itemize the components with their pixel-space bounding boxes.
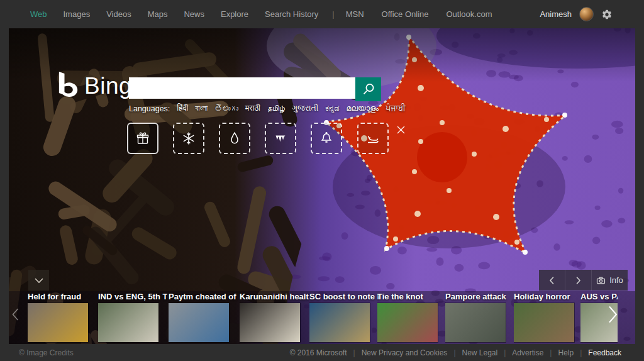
news-thumbnail[interactable]: [169, 303, 229, 342]
nav-item-search-history[interactable]: Search History: [265, 9, 318, 19]
footer-privacy-cookies[interactable]: New Privacy and Cookies: [362, 348, 448, 357]
lang-punjabi[interactable]: ਪੰਜਾਬੀ: [386, 104, 405, 113]
news-headline[interactable]: Paytm cheated of dues: [169, 291, 238, 303]
news-headline[interactable]: Karunanidhi health: [240, 291, 309, 303]
search-icon: [362, 82, 375, 96]
search-button[interactable]: [355, 77, 381, 101]
news-item: Holiday horror: [514, 291, 583, 344]
image-credits-link[interactable]: © Image Credits: [0, 348, 74, 357]
nav-item-news[interactable]: News: [184, 9, 204, 19]
collapse-chevron-button[interactable]: [28, 270, 49, 291]
promo-sleigh-button[interactable]: [357, 123, 389, 154]
nav-item-videos[interactable]: Videos: [106, 9, 131, 19]
news-headline[interactable]: AUS vs PA: [580, 291, 618, 303]
news-strip: Held for fraud IND vs ENG, 5th Test Payt…: [9, 291, 635, 344]
footer-legal[interactable]: New Legal: [462, 348, 498, 357]
news-headline[interactable]: Holiday horror: [514, 291, 583, 303]
news-headline[interactable]: Pampore attack: [445, 291, 514, 303]
lang-tamil[interactable]: தமிழ்: [267, 104, 285, 113]
footer-help[interactable]: Help: [558, 348, 574, 357]
news-thumbnail[interactable]: [98, 303, 158, 342]
news-thumbnail[interactable]: [445, 303, 506, 342]
footer-feedback[interactable]: Feedback: [588, 348, 621, 357]
search-input[interactable]: [129, 77, 355, 99]
bing-logo: Bing: [58, 70, 132, 100]
news-item: Pampore attack: [445, 291, 514, 344]
primary-nav: Web Images Videos Maps News Explore Sear…: [0, 9, 318, 19]
image-next-button[interactable]: [565, 270, 592, 291]
footer-separator: |: [580, 348, 582, 357]
nav-item-msn[interactable]: MSN: [346, 9, 364, 19]
avatar[interactable]: [579, 7, 594, 21]
nav-item-office-online[interactable]: Office Online: [382, 9, 429, 19]
info-label: Info: [609, 275, 623, 285]
lang-marathi[interactable]: मराठी: [245, 104, 260, 113]
news-item: SC boost to note ban: [309, 291, 379, 344]
chevron-right-icon: [608, 305, 618, 324]
nav-item-images[interactable]: Images: [64, 9, 91, 19]
news-item: IND vs ENG, 5th Test: [98, 291, 167, 344]
chevron-left-icon: [549, 276, 555, 285]
nav-item-maps[interactable]: Maps: [148, 9, 168, 19]
top-nav: Web Images Videos Maps News Explore Sear…: [0, 0, 644, 28]
settings-gear-icon[interactable]: [601, 9, 613, 20]
icicles-icon: [273, 131, 288, 146]
bing-homepage: Web Images Videos Maps News Explore Sear…: [0, 0, 644, 361]
image-info-button[interactable]: Info: [592, 270, 628, 291]
news-item: Paytm cheated of dues: [169, 291, 238, 344]
news-item: Karunanidhi health: [240, 291, 309, 344]
account-area: Animesh: [540, 7, 644, 21]
lang-malayalam[interactable]: മലയാളം: [347, 104, 379, 113]
lang-bangla[interactable]: বাংলা: [195, 104, 208, 113]
news-headline[interactable]: Held for fraud: [28, 291, 97, 303]
footer-separator: |: [453, 348, 455, 357]
promo-close-icon[interactable]: [394, 123, 407, 136]
news-headline[interactable]: Tie the knot: [377, 291, 447, 303]
news-thumbnail[interactable]: [309, 303, 370, 342]
chevron-left-icon: [11, 308, 19, 321]
footer-separator: |: [504, 348, 506, 357]
nav-item-explore[interactable]: Explore: [221, 9, 248, 19]
bing-logo-text: Bing: [84, 72, 132, 100]
footer-links: © 2016 Microsoft | New Privacy and Cooki…: [290, 348, 644, 357]
snowflake-icon: [181, 131, 196, 146]
footer-separator: |: [353, 348, 355, 357]
news-prev-chevron[interactable]: [11, 308, 19, 324]
footer-advertise[interactable]: Advertise: [512, 348, 543, 357]
news-headline[interactable]: IND vs ENG, 5th Test: [98, 291, 167, 303]
promo-ornament-button[interactable]: [219, 123, 250, 154]
promo-bell-button[interactable]: [311, 123, 342, 154]
bell-icon: [319, 131, 334, 146]
footer-bar: © Image Credits © 2016 Microsoft | New P…: [0, 344, 644, 361]
close-x-icon: [396, 125, 406, 135]
promo-gift-button[interactable]: [127, 123, 158, 154]
news-thumbnail[interactable]: [377, 303, 438, 342]
ornament-icon: [227, 131, 242, 146]
news-thumbnail[interactable]: [514, 303, 574, 342]
image-prev-button[interactable]: [539, 270, 565, 291]
language-links: Languages: हिंदी বাংলা తెలుగు मराठी தமிழ…: [129, 104, 406, 113]
footer-copyright[interactable]: © 2016 Microsoft: [290, 348, 347, 357]
chevron-right-icon: [575, 276, 581, 285]
user-name[interactable]: Animesh: [540, 9, 572, 19]
lang-kannada[interactable]: ಕನ್ನಡ: [325, 104, 339, 113]
lang-telugu[interactable]: తెలుగు: [214, 104, 238, 113]
promo-icon-row: [9, 123, 449, 160]
nav-item-web[interactable]: Web: [30, 9, 47, 19]
news-item: Tie the knot: [377, 291, 447, 344]
news-thumbnail[interactable]: [28, 303, 88, 342]
gift-icon: [135, 131, 150, 146]
nav-separator: |: [332, 9, 334, 19]
lang-gujarati[interactable]: ગુજરાતી: [292, 104, 318, 113]
languages-label: Languages:: [129, 104, 170, 113]
news-next-chevron[interactable]: [608, 305, 618, 327]
chevron-down-icon: [34, 277, 44, 284]
lang-hindi[interactable]: हिंदी: [177, 104, 188, 113]
nav-item-outlook[interactable]: Outlook.com: [447, 9, 492, 19]
news-headline[interactable]: SC boost to note ban: [309, 291, 379, 303]
promo-icicles-button[interactable]: [265, 123, 296, 154]
footer-separator: |: [550, 348, 552, 357]
promo-snowflake-button[interactable]: [173, 123, 204, 154]
news-item: Held for fraud: [28, 291, 97, 344]
news-thumbnail[interactable]: [240, 303, 300, 342]
